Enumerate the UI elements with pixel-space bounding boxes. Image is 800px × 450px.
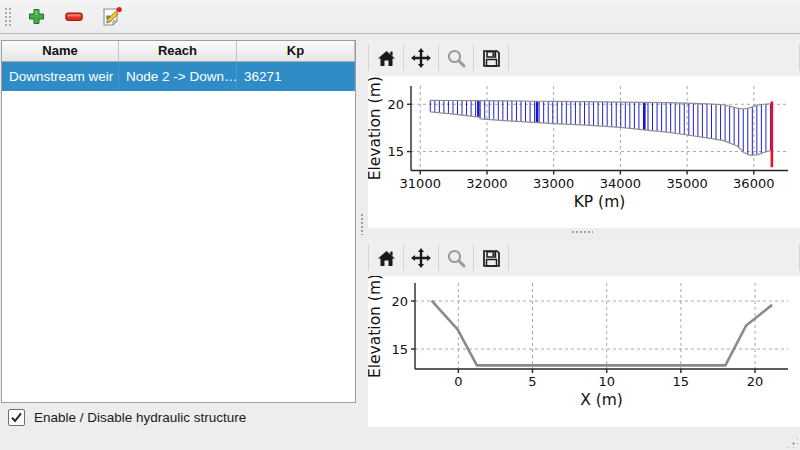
enable-structure-row: Enable / Disable hydraulic structure — [8, 409, 246, 426]
structures-table: Name Reach Kp Downstream weir Node 2 -> … — [1, 40, 356, 403]
pan-arrows-button[interactable] — [406, 244, 436, 272]
column-header-name[interactable]: Name — [2, 41, 119, 61]
svg-text:Elevation (m): Elevation (m) — [368, 276, 384, 378]
svg-text:20: 20 — [391, 294, 408, 309]
svg-text:KP (m): KP (m) — [574, 193, 626, 211]
plus-icon — [28, 8, 45, 25]
toolbar-separator — [473, 245, 474, 271]
toolbar-separator — [438, 245, 439, 271]
enable-structure-label: Enable / Disable hydraulic structure — [34, 410, 246, 425]
toolbar-separator — [403, 45, 404, 71]
save-disk-icon — [481, 48, 502, 69]
save-disk-button[interactable] — [476, 44, 506, 72]
edit-structure-button[interactable] — [99, 4, 125, 30]
save-disk-button[interactable] — [476, 244, 506, 272]
remove-structure-button[interactable] — [61, 4, 87, 30]
svg-text:Elevation (m): Elevation (m) — [368, 76, 384, 180]
horizontal-splitter-handle[interactable] — [571, 230, 593, 235]
zoom-magnifier-icon — [446, 248, 467, 269]
pan-arrows-icon — [410, 247, 432, 269]
hydraulic-structures-window: Name Reach Kp Downstream weir Node 2 -> … — [0, 0, 800, 450]
svg-text:5: 5 — [528, 374, 536, 389]
kp-chart-toolbar — [368, 40, 800, 76]
zoom-magnifier-button[interactable] — [441, 244, 471, 272]
vertical-splitter-handle[interactable] — [360, 213, 365, 235]
zoom-magnifier-button[interactable] — [441, 44, 471, 72]
svg-text:34000: 34000 — [600, 176, 641, 191]
zoom-magnifier-icon — [446, 48, 467, 69]
kp-profile-figure: 3100032000330003400035000360001520KP (m)… — [368, 76, 800, 228]
home-button[interactable] — [371, 44, 401, 72]
home-icon — [376, 48, 397, 69]
toolbar-separator — [508, 45, 509, 71]
main-toolbar — [0, 0, 800, 34]
add-structure-button[interactable] — [23, 4, 49, 30]
toolbar-separator — [403, 245, 404, 271]
svg-text:36000: 36000 — [733, 176, 774, 191]
toolbar-separator — [473, 45, 474, 71]
cell-kp[interactable]: 36271 — [237, 62, 355, 91]
svg-text:20: 20 — [747, 374, 764, 389]
cross-section-chart[interactable]: 051015201520X (m)Elevation (m) — [368, 276, 800, 427]
home-button[interactable] — [371, 244, 401, 272]
svg-text:X (m): X (m) — [580, 391, 623, 409]
checkmark-icon — [10, 411, 23, 424]
svg-text:15: 15 — [391, 342, 408, 357]
pan-arrows-button[interactable] — [406, 44, 436, 72]
toolbar-separator — [368, 45, 369, 71]
svg-text:15: 15 — [387, 144, 404, 159]
table-row-selected[interactable]: Downstream weir Node 2 -> Down… 36271 — [2, 62, 355, 91]
column-header-kp[interactable]: Kp — [237, 41, 355, 61]
svg-text:10: 10 — [598, 374, 615, 389]
xsection-chart-toolbar — [368, 240, 800, 276]
home-icon — [376, 248, 397, 269]
enable-structure-checkbox[interactable] — [8, 409, 25, 426]
save-disk-icon — [481, 248, 502, 269]
cross-section-figure: 051015201520X (m)Elevation (m) — [368, 276, 800, 427]
svg-text:15: 15 — [673, 374, 690, 389]
svg-text:32000: 32000 — [466, 176, 507, 191]
edit-pencil-icon — [101, 6, 123, 28]
toolbar-separator — [438, 45, 439, 71]
svg-text:33000: 33000 — [533, 176, 574, 191]
toolbar-separator — [508, 245, 509, 271]
toolbar-separator — [368, 245, 369, 271]
svg-text:31000: 31000 — [400, 176, 441, 191]
pan-arrows-icon — [410, 47, 432, 69]
window-resize-grip[interactable] — [786, 436, 798, 448]
kp-profile-chart[interactable]: 3100032000330003400035000360001520KP (m)… — [368, 76, 800, 228]
cell-reach[interactable]: Node 2 -> Down… — [119, 62, 237, 91]
svg-text:20: 20 — [387, 97, 404, 112]
cell-name[interactable]: Downstream weir — [2, 62, 119, 91]
minus-icon — [65, 12, 83, 22]
table-header-row: Name Reach Kp — [2, 41, 355, 62]
toolbar-drag-handle[interactable] — [3, 6, 11, 28]
svg-text:0: 0 — [454, 374, 462, 389]
column-header-reach[interactable]: Reach — [119, 41, 237, 61]
svg-text:35000: 35000 — [666, 176, 707, 191]
